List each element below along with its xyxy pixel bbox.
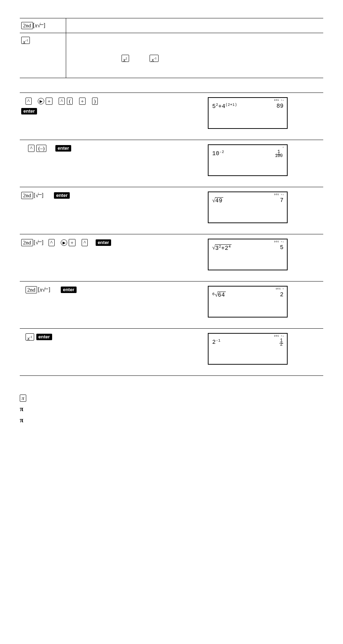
calculator-screen-5: DEG ↑ 6√64 2 — [208, 286, 288, 318]
example-3-keys: 2nd[√] enter — [20, 187, 196, 234]
caret-key-2: ^ — [82, 239, 88, 246]
enter-key: enter — [55, 145, 71, 152]
caret-key: ^ — [49, 239, 55, 246]
negate-key: (–) — [36, 145, 46, 152]
screen-output: 12 — [279, 339, 283, 347]
example-1-screen-cell: DEG ↑↓ 52+4(2+1) 89 — [196, 93, 323, 140]
calculator-screen-3: DEG ↑↓ √49 7 — [208, 192, 288, 223]
calculator-screen-2: ↑ 10-2 1100 — [208, 144, 288, 176]
screen-indicator: DEG ↑↓ — [274, 99, 284, 101]
example-6-screen-cell: DEG ↑↓ 2-1 12 — [196, 329, 323, 376]
screen-output: 1100 — [274, 150, 284, 158]
screen-output: 89 — [276, 103, 283, 109]
screen-output: 5 — [280, 244, 284, 251]
pi-text-2: π — [20, 416, 323, 424]
xroot-bracket: [x√] — [38, 285, 50, 295]
screen-input: 6√64 — [212, 292, 226, 298]
x-inverse-key: x-1 — [26, 333, 34, 341]
x-inverse-key-inline: x-1 — [150, 55, 158, 62]
rparen-key: ) — [92, 98, 98, 105]
example-2-screen-cell: ↑ 10-2 1100 — [196, 140, 323, 187]
example-4-screen-cell: DEG ↑↓ √32+24 5 — [196, 234, 323, 282]
example-6-keys: x-1 enter — [20, 329, 196, 376]
xroot-bracket: [x√] — [33, 22, 46, 29]
enter-key: enter — [54, 192, 70, 199]
example-2-keys: ^ (–) enter — [20, 140, 196, 187]
example-4-keys: 2nd[√] ^ ▶ + ^ enter — [20, 234, 196, 282]
caret-key-2: ^ — [59, 98, 65, 105]
enter-key: enter — [61, 287, 77, 293]
cell-xroot-key: 2nd[x√] — [20, 18, 66, 33]
example-5-keys: 2nd[x√] enter — [20, 282, 196, 329]
screen-input: √32+24 — [212, 244, 232, 252]
examples-table: ^ ▶ + ^ ( + ) enter DEG ↑↓ 52+4(2+1) 89 — [20, 93, 323, 376]
pi-key: π — [20, 395, 26, 402]
right-arrow-icon: ▶ — [38, 98, 44, 104]
function-key-reference-table: 2nd[x√] x-1 x2 x-1 — [20, 18, 323, 78]
screen-input: 52+4(2+1) — [212, 103, 237, 110]
screen-input: 10-2 — [212, 150, 224, 157]
cell-xinv-desc: x2 x-1 — [66, 33, 323, 78]
second-key: 2nd — [26, 286, 37, 293]
plus-key-2: + — [79, 98, 86, 105]
calculator-screen-4: DEG ↑↓ √32+24 5 — [208, 239, 288, 270]
cell-xroot-desc — [66, 18, 323, 33]
plus-key: + — [69, 239, 75, 246]
enter-key: enter — [21, 108, 37, 114]
second-key: 2nd — [21, 239, 33, 246]
cell-xinv-key: x-1 — [20, 33, 66, 78]
screen-output: 7 — [280, 197, 284, 204]
screen-indicator: DEG ↑↓ — [274, 334, 284, 337]
screen-input: √49 — [212, 197, 223, 204]
screen-indicator: DEG ↑↓ — [274, 240, 284, 243]
enter-key: enter — [96, 239, 111, 246]
sqrt-bracket: [√] — [34, 190, 44, 201]
caret-key: ^ — [26, 98, 32, 105]
plus-key: + — [46, 98, 52, 105]
example-3-screen-cell: DEG ↑↓ √49 7 — [196, 187, 323, 234]
screen-input: 2-1 — [212, 339, 220, 346]
enter-key: enter — [36, 334, 52, 340]
pi-text-1: π — [20, 405, 323, 413]
x-inverse-key: x-1 — [21, 37, 30, 44]
caret-key: ^ — [28, 145, 34, 152]
screen-indicator: ↑ — [283, 146, 284, 148]
lparen-key: ( — [67, 98, 73, 105]
screen-indicator: DEG ↑ — [276, 287, 284, 290]
example-5-screen-cell: DEG ↑ 6√64 2 — [196, 282, 323, 329]
second-key: 2nd — [21, 192, 33, 199]
second-key: 2nd — [21, 22, 33, 29]
screen-indicator: DEG ↑↓ — [274, 193, 284, 195]
x-squared-key: x2 — [122, 55, 129, 62]
calculator-screen-1: DEG ↑↓ 52+4(2+1) 89 — [208, 97, 288, 129]
sqrt-bracket: [√] — [34, 238, 44, 248]
pi-section: π π π — [20, 394, 323, 424]
screen-output: 2 — [280, 292, 284, 298]
right-arrow-icon: ▶ — [61, 239, 67, 246]
calculator-screen-6: DEG ↑↓ 2-1 12 — [208, 333, 288, 365]
example-1-keys: ^ ▶ + ^ ( + ) enter — [20, 93, 196, 140]
